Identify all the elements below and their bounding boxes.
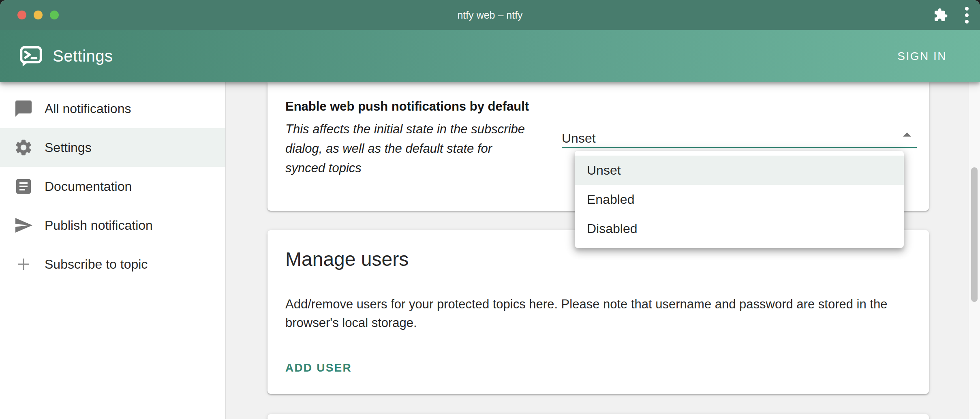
sidebar-item-settings[interactable]: Settings <box>0 128 225 167</box>
card-title: Manage users <box>285 248 409 270</box>
browser-window: ntfy web – ntfy Settings SIGN IN All not… <box>0 0 980 419</box>
menu-option-enabled[interactable]: Enabled <box>575 185 904 214</box>
menu-option-disabled[interactable]: Disabled <box>575 214 904 243</box>
plus-icon <box>14 254 33 274</box>
setting-title: Enable web push notifications by default <box>285 99 529 114</box>
ntfy-logo-icon <box>19 45 42 68</box>
sidebar-item-subscribe-to-topic[interactable]: Subscribe to topic <box>0 245 225 284</box>
sidebar-item-label: All notifications <box>45 101 131 116</box>
sidebar-item-documentation[interactable]: Documentation <box>0 167 225 206</box>
window-title: ntfy web – ntfy <box>457 9 522 21</box>
web-push-default-select[interactable]: Unset <box>562 124 917 148</box>
sidebar-item-label: Subscribe to topic <box>45 257 148 272</box>
arrow-drop-up-icon <box>897 125 917 145</box>
chat-bubble-icon <box>14 99 33 118</box>
app-bar: Settings SIGN IN <box>0 30 980 82</box>
setting-description: This affects the initial state in the su… <box>285 120 529 178</box>
scrollbar-thumb[interactable] <box>971 167 978 302</box>
page-title: Settings <box>53 47 113 65</box>
add-user-button[interactable]: ADD USER <box>280 357 357 379</box>
sidebar: All notifications Settings Documentation… <box>0 82 226 419</box>
sidebar-item-label: Settings <box>45 140 92 155</box>
sign-in-button[interactable]: SIGN IN <box>890 44 954 68</box>
article-icon <box>14 177 33 196</box>
page-scrollbar[interactable] <box>969 82 980 419</box>
send-icon <box>14 216 33 235</box>
zoom-window-button[interactable] <box>50 11 59 19</box>
close-window-button[interactable] <box>17 11 26 19</box>
sidebar-item-publish-notification[interactable]: Publish notification <box>0 206 225 245</box>
menu-option-unset[interactable]: Unset <box>575 156 904 185</box>
sidebar-item-label: Publish notification <box>45 218 153 233</box>
select-value: Unset <box>562 131 596 146</box>
manage-users-card: Manage users Add/remove users for your p… <box>267 230 929 394</box>
select-dropdown-menu: Unset Enabled Disabled <box>575 151 904 248</box>
extensions-puzzle-icon[interactable] <box>933 8 948 22</box>
sidebar-item-all-notifications[interactable]: All notifications <box>0 89 225 128</box>
window-titlebar: ntfy web – ntfy <box>0 0 980 30</box>
browser-menu-icon[interactable] <box>963 5 970 25</box>
card-description: Add/remove users for your protected topi… <box>285 295 912 332</box>
gear-icon <box>14 138 33 157</box>
traffic-lights <box>17 11 59 19</box>
sidebar-item-label: Documentation <box>45 179 132 194</box>
settings-content: Enable web push notifications by default… <box>226 82 969 419</box>
minimize-window-button[interactable] <box>34 11 43 19</box>
select-focus-underline <box>562 147 917 148</box>
next-card-partial <box>267 414 929 419</box>
